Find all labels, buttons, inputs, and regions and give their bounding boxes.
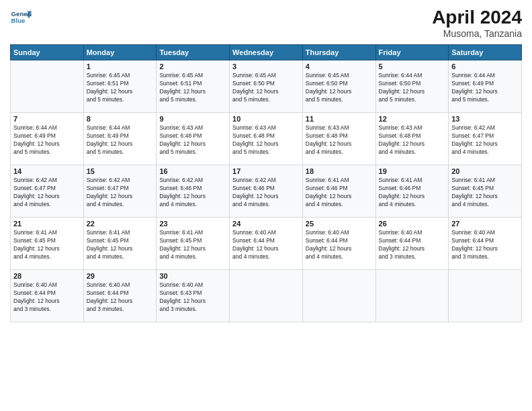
day-number: 26 <box>379 220 446 228</box>
day-number: 16 <box>159 167 226 175</box>
day-info: Sunrise: 6:44 AM Sunset: 6:49 PM Dayligh… <box>13 124 81 156</box>
header-monday: Monday <box>83 45 157 60</box>
day-number: 10 <box>232 115 300 123</box>
calendar-week-4: 21Sunrise: 6:41 AM Sunset: 6:45 PM Dayli… <box>11 218 522 270</box>
day-number: 12 <box>379 115 446 123</box>
calendar-header-row: Sunday Monday Tuesday Wednesday Thursday… <box>11 45 522 60</box>
month-title: April 2024 <box>432 7 522 28</box>
day-info: Sunrise: 6:40 AM Sunset: 6:44 PM Dayligh… <box>232 229 300 261</box>
day-info: Sunrise: 6:41 AM Sunset: 6:45 PM Dayligh… <box>87 229 154 261</box>
header-wednesday: Wednesday <box>230 45 303 60</box>
subtitle: Musoma, Tanzania <box>432 28 522 39</box>
header-sunday: Sunday <box>11 45 84 60</box>
calendar-cell: 12Sunrise: 6:43 AM Sunset: 6:48 PM Dayli… <box>375 113 449 165</box>
day-info: Sunrise: 6:40 AM Sunset: 6:44 PM Dayligh… <box>451 229 519 261</box>
calendar-cell: 14Sunrise: 6:42 AM Sunset: 6:47 PM Dayli… <box>11 165 84 218</box>
day-number: 6 <box>451 62 519 71</box>
title-block: April 2024 Musoma, Tanzania <box>432 7 522 39</box>
header-friday: Friday <box>375 45 449 60</box>
calendar-cell: 15Sunrise: 6:42 AM Sunset: 6:47 PM Dayli… <box>83 165 157 218</box>
calendar-cell <box>375 270 449 322</box>
day-number: 14 <box>13 167 81 175</box>
calendar-week-1: 1Sunrise: 6:45 AM Sunset: 6:51 PM Daylig… <box>11 60 522 113</box>
day-info: Sunrise: 6:42 AM Sunset: 6:47 PM Dayligh… <box>451 124 519 156</box>
header-thursday: Thursday <box>302 45 375 60</box>
calendar-cell: 20Sunrise: 6:41 AM Sunset: 6:45 PM Dayli… <box>449 165 522 218</box>
header: General Blue April 2024 Musoma, Tanzania <box>10 7 522 39</box>
calendar-cell <box>230 270 303 322</box>
day-number: 20 <box>451 167 519 175</box>
day-info: Sunrise: 6:43 AM Sunset: 6:48 PM Dayligh… <box>306 124 373 156</box>
day-number: 2 <box>159 62 226 71</box>
day-info: Sunrise: 6:42 AM Sunset: 6:46 PM Dayligh… <box>232 177 300 209</box>
calendar-cell: 28Sunrise: 6:40 AM Sunset: 6:44 PM Dayli… <box>11 270 84 322</box>
day-number: 29 <box>87 272 154 280</box>
day-info: Sunrise: 6:45 AM Sunset: 6:50 PM Dayligh… <box>306 72 373 104</box>
day-info: Sunrise: 6:40 AM Sunset: 6:44 PM Dayligh… <box>87 281 154 314</box>
day-number: 13 <box>451 115 519 123</box>
day-number: 21 <box>13 220 81 228</box>
day-info: Sunrise: 6:45 AM Sunset: 6:50 PM Dayligh… <box>232 72 300 104</box>
calendar-cell: 23Sunrise: 6:41 AM Sunset: 6:45 PM Dayli… <box>157 218 230 270</box>
day-info: Sunrise: 6:44 AM Sunset: 6:49 PM Dayligh… <box>87 124 154 156</box>
calendar-cell: 26Sunrise: 6:40 AM Sunset: 6:44 PM Dayli… <box>375 218 449 270</box>
day-info: Sunrise: 6:43 AM Sunset: 6:48 PM Dayligh… <box>379 124 446 156</box>
day-info: Sunrise: 6:41 AM Sunset: 6:46 PM Dayligh… <box>306 177 373 209</box>
calendar-week-2: 7Sunrise: 6:44 AM Sunset: 6:49 PM Daylig… <box>11 113 522 165</box>
day-number: 15 <box>87 167 154 175</box>
day-number: 5 <box>379 62 446 71</box>
day-info: Sunrise: 6:41 AM Sunset: 6:45 PM Dayligh… <box>159 229 226 261</box>
day-info: Sunrise: 6:45 AM Sunset: 6:51 PM Dayligh… <box>159 72 226 104</box>
day-number: 8 <box>87 115 154 123</box>
day-info: Sunrise: 6:41 AM Sunset: 6:45 PM Dayligh… <box>451 177 519 209</box>
day-info: Sunrise: 6:43 AM Sunset: 6:48 PM Dayligh… <box>159 124 226 156</box>
calendar-cell: 29Sunrise: 6:40 AM Sunset: 6:44 PM Dayli… <box>83 270 157 322</box>
day-info: Sunrise: 6:41 AM Sunset: 6:45 PM Dayligh… <box>13 229 81 261</box>
calendar-cell: 6Sunrise: 6:44 AM Sunset: 6:49 PM Daylig… <box>449 60 522 113</box>
calendar-cell: 4Sunrise: 6:45 AM Sunset: 6:50 PM Daylig… <box>302 60 375 113</box>
day-info: Sunrise: 6:45 AM Sunset: 6:51 PM Dayligh… <box>87 72 154 104</box>
calendar-cell <box>449 270 522 322</box>
page: General Blue April 2024 Musoma, Tanzania… <box>0 0 532 411</box>
day-number: 7 <box>13 115 81 123</box>
calendar-cell: 16Sunrise: 6:42 AM Sunset: 6:46 PM Dayli… <box>157 165 230 218</box>
logo: General Blue <box>10 7 32 28</box>
calendar-cell: 9Sunrise: 6:43 AM Sunset: 6:48 PM Daylig… <box>157 113 230 165</box>
day-info: Sunrise: 6:44 AM Sunset: 6:49 PM Dayligh… <box>451 72 519 104</box>
calendar-table: Sunday Monday Tuesday Wednesday Thursday… <box>10 44 522 322</box>
calendar-cell <box>11 60 84 113</box>
day-number: 1 <box>87 62 154 71</box>
calendar-cell: 11Sunrise: 6:43 AM Sunset: 6:48 PM Dayli… <box>302 113 375 165</box>
calendar-cell: 5Sunrise: 6:44 AM Sunset: 6:50 PM Daylig… <box>375 60 449 113</box>
header-saturday: Saturday <box>449 45 522 60</box>
day-number: 30 <box>159 272 226 280</box>
calendar-cell: 3Sunrise: 6:45 AM Sunset: 6:50 PM Daylig… <box>230 60 303 113</box>
calendar-cell: 17Sunrise: 6:42 AM Sunset: 6:46 PM Dayli… <box>230 165 303 218</box>
day-info: Sunrise: 6:42 AM Sunset: 6:46 PM Dayligh… <box>159 177 226 209</box>
header-tuesday: Tuesday <box>157 45 230 60</box>
day-number: 9 <box>159 115 226 123</box>
day-info: Sunrise: 6:42 AM Sunset: 6:47 PM Dayligh… <box>13 177 81 209</box>
day-info: Sunrise: 6:40 AM Sunset: 6:43 PM Dayligh… <box>159 281 226 314</box>
calendar-cell: 22Sunrise: 6:41 AM Sunset: 6:45 PM Dayli… <box>83 218 157 270</box>
calendar-cell: 21Sunrise: 6:41 AM Sunset: 6:45 PM Dayli… <box>11 218 84 270</box>
calendar-cell: 19Sunrise: 6:41 AM Sunset: 6:46 PM Dayli… <box>375 165 449 218</box>
day-number: 27 <box>451 220 519 228</box>
calendar-week-3: 14Sunrise: 6:42 AM Sunset: 6:47 PM Dayli… <box>11 165 522 218</box>
calendar-cell: 24Sunrise: 6:40 AM Sunset: 6:44 PM Dayli… <box>230 218 303 270</box>
calendar-cell: 27Sunrise: 6:40 AM Sunset: 6:44 PM Dayli… <box>449 218 522 270</box>
day-info: Sunrise: 6:42 AM Sunset: 6:47 PM Dayligh… <box>87 177 154 209</box>
day-number: 28 <box>13 272 81 280</box>
day-info: Sunrise: 6:41 AM Sunset: 6:46 PM Dayligh… <box>379 177 446 209</box>
day-number: 18 <box>306 167 373 175</box>
calendar-week-5: 28Sunrise: 6:40 AM Sunset: 6:44 PM Dayli… <box>11 270 522 322</box>
day-number: 4 <box>306 62 373 71</box>
day-number: 19 <box>379 167 446 175</box>
calendar-cell: 10Sunrise: 6:43 AM Sunset: 6:48 PM Dayli… <box>230 113 303 165</box>
calendar-cell <box>302 270 375 322</box>
calendar-cell: 7Sunrise: 6:44 AM Sunset: 6:49 PM Daylig… <box>11 113 84 165</box>
calendar-cell: 30Sunrise: 6:40 AM Sunset: 6:43 PM Dayli… <box>157 270 230 322</box>
day-info: Sunrise: 6:40 AM Sunset: 6:44 PM Dayligh… <box>306 229 373 261</box>
logo-icon: General Blue <box>10 7 32 28</box>
day-number: 11 <box>306 115 373 123</box>
